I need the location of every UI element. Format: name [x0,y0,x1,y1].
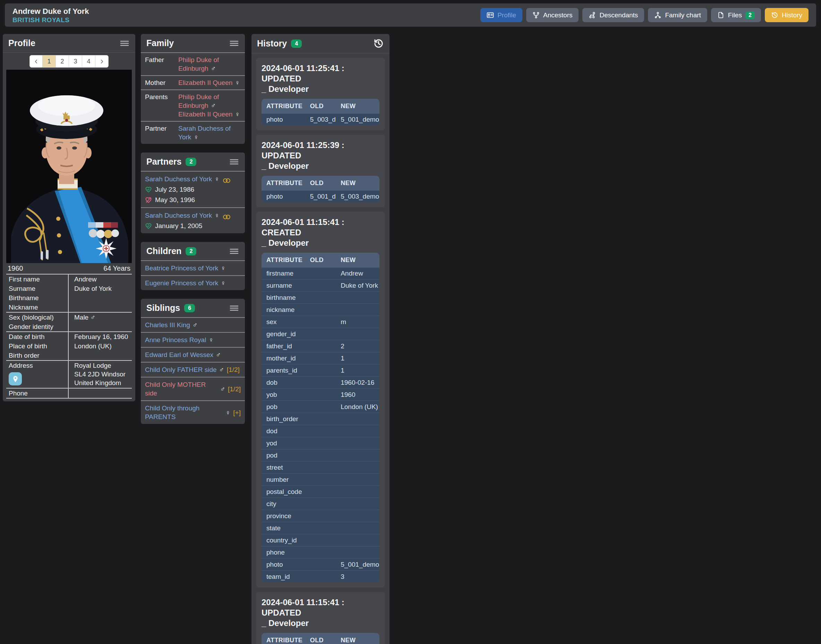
mother-link[interactable]: Elizabeth II Queen [178,79,232,86]
change-row: photo 5_001_demo.webp [261,558,380,570]
change-row: pob London (UK) [261,400,380,412]
nav-files-button[interactable]: Files 2 [711,8,761,22]
new-cell: 2 [336,340,380,352]
old-cell [305,559,336,570]
history-refresh-button[interactable] [373,38,384,49]
detail-value: Male ♂ [69,313,132,322]
change-table: ATTRIBUTE OLD NEW photo 5_003_demo.webp … [261,99,380,125]
detail-value [69,293,132,303]
address-label: Address [9,361,65,370]
map-pin-button[interactable] [9,372,22,385]
child-link[interactable]: Eugenie Princess of York [145,279,218,287]
history-column: History 4 2024-06-01 11:25:41 : UPDATED … [251,34,389,644]
nav-profile-button[interactable]: Profile [480,8,522,22]
address-line-1: Royal Lodge [74,361,132,370]
new-cell: 1 [336,353,380,364]
col-attribute: ATTRIBUTE [261,633,305,644]
partner-link[interactable]: Sarah Duchess of York [145,175,212,182]
pagination-page-4[interactable]: 4 [82,55,95,67]
heart-check-icon [145,186,152,193]
male-symbol: ♂ [211,65,216,72]
nav-ancestors-button[interactable]: Ancestors [526,8,578,22]
gender-symbol: ♂ [220,385,225,393]
sibling-link[interactable]: Edward Earl of Wessex [145,350,213,359]
children-menu-button[interactable] [229,247,239,256]
partner-link[interactable]: Sarah Duchess of York [145,212,212,219]
change-row: firstname Andrew [261,268,380,279]
siblings-card: Siblings 6 Charles III King ♂ Anne Princ… [141,299,245,424]
parents-row: Parents Philip Duke of Edinburgh♂ Elizab… [141,89,245,121]
entry-user: _ Developer [261,238,380,248]
pagination-page-1[interactable]: 1 [43,55,56,67]
old-cell [305,377,336,388]
relation-suffix: [1/2] [227,365,240,374]
pagination-prev-button[interactable] [29,55,43,67]
new-cell: 1960-02-16 [336,377,380,388]
birth-year: 1960 [8,264,23,273]
sibling-link[interactable]: Child Only FATHER side [145,365,217,374]
old-cell [305,510,336,521]
change-table-body: photo 5_001_demo.webp 5_003_demo.webp [261,191,380,202]
profile-card: Profile 1 2 3 4 [3,34,135,402]
sibling-link[interactable]: Child Only through PARENTS [145,404,223,421]
files-count-badge: 2 [746,11,755,19]
pagination-page-2[interactable]: 2 [56,55,69,67]
change-row: dob 1960-02-16 [261,376,380,388]
new-cell [336,474,380,485]
attribute-cell: father_id [261,340,305,352]
pagination-next-button[interactable] [95,55,109,67]
tree-name[interactable]: BRITISH ROYALS [12,16,89,24]
child-link[interactable]: Beatrice Princess of York [145,264,218,273]
detail-label: Place of birth [6,341,69,351]
female-symbol: ♀ [235,110,240,118]
sibling-link[interactable]: Child Only MOTHER side [145,380,218,397]
change-row: mother_id 1 [261,352,380,364]
change-table-header: ATTRIBUTE OLD NEW [261,176,380,191]
nav-history-button[interactable]: History [765,8,809,22]
chevron-right-icon [99,59,105,64]
old-cell [305,571,336,582]
change-row: father_id 2 [261,340,380,352]
new-cell: 5_001_demo.webp [336,559,380,570]
attribute-cell: yod [261,437,305,449]
photo-pagination: 1 2 3 4 [3,55,135,67]
gender-symbol: ♀ [221,264,226,273]
new-cell: 5_003_demo.webp [336,191,380,202]
nav-family-chart-button[interactable]: Family chart [648,8,707,22]
col-attribute: ATTRIBUTE [261,176,305,191]
sibling-link[interactable]: Anne Princess Royal [145,336,206,344]
siblings-menu-button[interactable] [229,304,239,312]
relations-column: Family Father Philip Duke of Edinburgh♂ … [141,34,245,432]
history-entries: 2024-06-01 11:25:41 : UPDATED _ Develope… [251,54,389,644]
entry-user: _ Developer [261,161,380,171]
address-line-3: United Kingdom [74,379,132,387]
partners-menu-button[interactable] [229,158,239,166]
siblings-card-title: Siblings [146,303,180,313]
change-row: dod [261,425,380,437]
change-row: parents_id 1 [261,364,380,376]
relation-suffix: [1/2] [228,385,241,393]
parents-label: Parents [145,92,178,118]
partner-item: Sarah Duchess of York♀ January 1, 2005 [141,207,245,233]
detail-label: Birthname [6,293,69,303]
family-menu-button[interactable] [229,39,239,48]
mother-label: Mother [145,78,178,87]
parent-mother-link[interactable]: Elizabeth II Queen [178,110,232,118]
partner-link[interactable]: Sarah Duchess of York [178,125,231,141]
old-cell [305,474,336,485]
old-cell [305,437,336,449]
profile-menu-button[interactable] [119,39,130,48]
sibling-link[interactable]: Charles III King [145,320,190,329]
new-cell: Andrew [336,268,380,279]
male-symbol: ♂ [211,102,216,109]
pagination-page-3[interactable]: 3 [69,55,82,67]
detail-value [69,388,132,398]
profile-photo[interactable] [6,70,132,263]
attribute-cell: photo [261,191,305,202]
profile-card-header: Profile [3,34,135,53]
gender-symbol: ♂ [192,320,197,329]
gender-symbol: ♂ [216,350,221,359]
nav-descendants-button[interactable]: Descendants [583,8,644,22]
heart-slash-icon [145,196,152,204]
attribute-cell: firstname [261,268,305,279]
